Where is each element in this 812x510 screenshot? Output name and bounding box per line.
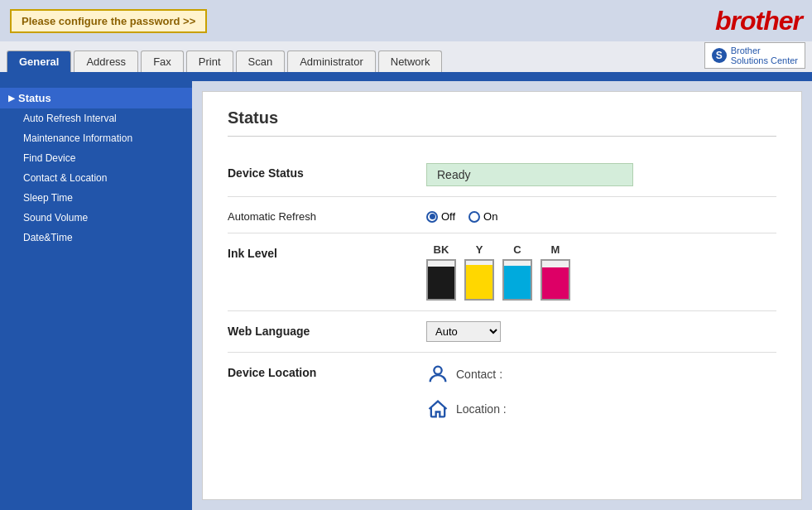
ink-bar-inner-m [542, 267, 569, 299]
location-item: Location : [426, 397, 776, 421]
ink-column-m: M [541, 243, 570, 301]
device-location-content: Contact : Location : [426, 363, 776, 421]
solutions-center-label: Brother Solutions Center [731, 46, 798, 65]
location-row: Contact : Location : [426, 363, 776, 421]
ink-bar-outer-bk [426, 259, 456, 301]
ink-label-y: Y [476, 243, 483, 256]
contact-label: Contact : [456, 368, 502, 381]
device-location-row: Device Location Contact : [228, 353, 776, 431]
content-area: Status Device Status Ready Automatic Ref… [202, 91, 802, 500]
web-language-row: Web Language AutoEnglishFrenchGermanSpan… [228, 311, 776, 353]
automatic-refresh-label: Automatic Refresh [228, 207, 410, 223]
device-location-label: Device Location [228, 363, 410, 379]
refresh-off-option[interactable]: Off [426, 210, 455, 223]
device-status-label: Device Status [228, 163, 410, 180]
tab-scan[interactable]: Scan [236, 51, 286, 72]
ink-label-c: C [513, 243, 521, 256]
svg-point-0 [434, 367, 441, 374]
ink-column-y: Y [464, 243, 494, 301]
solutions-center-button[interactable]: S Brother Solutions Center [704, 42, 805, 69]
person-icon [426, 363, 449, 386]
refresh-off-radio[interactable] [426, 211, 438, 223]
sidebar-item-sleep-time[interactable]: Sleep Time [0, 188, 192, 208]
tab-general[interactable]: General [7, 51, 71, 72]
sidebar-item-status[interactable]: ▶ Status [0, 88, 192, 108]
ink-bar-outer-y [464, 259, 494, 301]
ink-bar-outer-c [502, 259, 532, 301]
ink-bar-inner-c [504, 266, 531, 299]
ink-level-label: Ink Level [228, 243, 410, 260]
ink-label-bk: BK [434, 243, 449, 256]
refresh-radio-group: Off On [426, 207, 776, 223]
sidebar-item-find-device[interactable]: Find Device [0, 148, 192, 168]
ink-column-c: C [502, 243, 532, 301]
sidebar-item-auto-refresh-interval[interactable]: Auto Refresh Interval [0, 108, 192, 128]
tab-fax[interactable]: Fax [141, 51, 184, 72]
tab-print[interactable]: Print [186, 51, 233, 72]
sidebar-item-maintenance-information[interactable]: Maintenance Information [0, 128, 192, 148]
content-inner: Status Device Status Ready Automatic Ref… [203, 92, 801, 447]
device-status-content: Ready [426, 163, 776, 186]
automatic-refresh-row: Automatic Refresh Off On [228, 197, 776, 233]
web-language-select[interactable]: AutoEnglishFrenchGermanSpanish [426, 321, 501, 342]
web-language-content: AutoEnglishFrenchGermanSpanish [426, 321, 776, 342]
device-status-value: Ready [426, 163, 633, 186]
ink-bar-inner-bk [428, 267, 454, 299]
sidebar-item-date-time[interactable]: Date&Time [0, 228, 192, 248]
automatic-refresh-content: Off On [426, 207, 776, 223]
sidebar-item-sound-volume[interactable]: Sound Volume [0, 208, 192, 228]
solutions-icon: S [712, 48, 727, 63]
ink-level-container: BKYCM [426, 243, 776, 301]
page-title: Status [228, 108, 776, 137]
location-label: Location : [456, 402, 507, 416]
tab-administrator[interactable]: Administrator [287, 51, 376, 72]
top-banner: Please configure the password >> brother [0, 0, 812, 41]
refresh-on-radio[interactable] [468, 211, 480, 223]
main-layout: ▶ Status Auto Refresh Interval Maintenan… [0, 81, 812, 510]
ink-column-bk: BK [426, 243, 456, 301]
refresh-on-option[interactable]: On [468, 210, 497, 223]
refresh-off-label: Off [441, 210, 455, 223]
arrow-icon: ▶ [8, 94, 15, 103]
brother-logo: brother [715, 6, 802, 36]
password-warning-btn[interactable]: Please configure the password >> [10, 9, 207, 33]
ink-label-m: M [551, 243, 560, 256]
tab-network[interactable]: Network [378, 51, 443, 72]
tab-bar: General Address Fax Print Scan Administr… [0, 41, 812, 75]
ink-level-row: Ink Level BKYCM [228, 233, 776, 311]
tab-address[interactable]: Address [74, 51, 138, 72]
refresh-on-label: On [483, 210, 497, 223]
nav-blue-bar [0, 75, 812, 81]
web-language-label: Web Language [228, 321, 410, 338]
ink-bar-outer-m [541, 259, 570, 301]
tab-bar-left: General Address Fax Print Scan Administr… [7, 51, 442, 72]
sidebar: ▶ Status Auto Refresh Interval Maintenan… [0, 81, 192, 510]
contact-item: Contact : [426, 363, 776, 386]
sidebar-item-contact-location[interactable]: Contact & Location [0, 168, 192, 188]
home-icon [426, 397, 449, 421]
ink-level-content: BKYCM [426, 243, 776, 301]
device-status-row: Device Status Ready [228, 153, 776, 197]
ink-bar-inner-y [466, 265, 492, 299]
